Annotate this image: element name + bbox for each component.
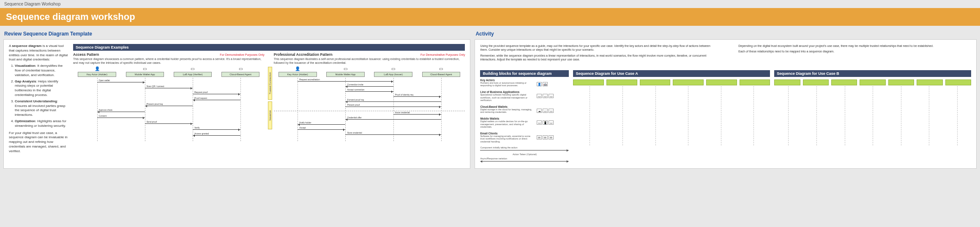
sequence-actor: 👤Key Actor (Holder) [73, 67, 121, 77]
page-title-banner: Sequence diagram workshop [0, 8, 980, 26]
activity-title: Activity [475, 29, 977, 39]
arrow-open-sublabel: Action Taken (Optional) [480, 153, 569, 156]
sequence-message: Present proof [345, 107, 441, 110]
usecase-actor-slot[interactable] [740, 79, 770, 85]
example-accreditation: Professional Accreditation Pattern For D… [268, 52, 465, 141]
accred-sequence: Trusted Connection Issuance 👤Key Actor (… [274, 67, 465, 142]
access-desc: This sequence diagram showcases a common… [73, 57, 265, 65]
sequence-message: Proof request [193, 100, 240, 103]
usecase-actor-slot[interactable] [706, 79, 737, 85]
usecase-actor-slot[interactable] [606, 79, 637, 85]
usecase-actor-slot[interactable] [945, 79, 971, 85]
sequence-message: Present proof req [145, 106, 193, 109]
review-outro: For your digital trust use case, a seque… [9, 131, 68, 154]
building-block: Key ActorsHumans and bots or autonomous … [480, 79, 569, 87]
arrow-sample-closed: Async/Response variation [480, 157, 569, 161]
review-intro-column: A sequence diagram is a visual tool that… [9, 44, 68, 164]
sequence-actor: ▭Mobile Wallet App [121, 67, 169, 77]
sequence-message: Consent [97, 118, 145, 121]
activity-intro: Using the provided sequence template as … [480, 44, 971, 62]
accred-title: Professional Accreditation Pattern [274, 52, 333, 57]
activity-intro-1b: Remember, while the sequence diagram pro… [480, 54, 713, 62]
examples-column: Sequence Diagram Examples Access Pattern… [73, 44, 465, 164]
accred-demo-note: For Demonstrative Purposes Only [420, 53, 465, 56]
usecase-actor-slot[interactable] [803, 79, 829, 85]
sequence-message: Open wallet [97, 82, 145, 85]
usecase-actor-slot[interactable] [774, 79, 800, 85]
sequence-actor: 👤Key Actor (Holder) [274, 67, 322, 77]
building-block: Line of Business ApplicationsSpecialized… [480, 90, 569, 102]
sequence-actor: ▭LoB App (Issuer) [369, 67, 417, 77]
usecase-a-header: Sequence Diagram for Use Case A [573, 70, 770, 77]
sequence-message: Accept connection [345, 91, 393, 95]
sequence-message: Send proof [145, 123, 193, 127]
access-title: Access Pattern [73, 52, 99, 57]
building-block: Mobile WalletsDigital wallets on mobile … [480, 117, 569, 129]
sequence-message: Request accreditation [298, 81, 393, 85]
usecase-actor-slot[interactable] [860, 79, 885, 85]
usecase-actor-slot[interactable] [673, 79, 704, 85]
sequence-message: Accept [298, 129, 345, 133]
review-bullet: Consistent Understanding: Ensures all in… [15, 99, 68, 118]
usecase-b-header: Sequence Diagram for Use Case B [774, 70, 971, 77]
usecase-b-column: Sequence Diagram for Use Case B [774, 70, 971, 164]
review-bullet: Optimization: Highlights areas for strea… [15, 119, 68, 129]
usecase-actor-slot[interactable] [888, 79, 914, 85]
example-access: Access Pattern For Demonstrative Purpose… [73, 52, 265, 141]
accred-desc: This sequence diagram illustrates a self… [274, 57, 465, 65]
activity-intro-1a: Using the provided sequence template as … [480, 44, 713, 52]
side-label-trusted: Trusted Connection [268, 67, 272, 100]
usecase-actor-slot[interactable] [640, 79, 671, 85]
review-title: Review Sequence Diagram Template [3, 29, 470, 39]
sequence-message: Access granted [193, 135, 240, 139]
arrow-sample-open: Component initially taking the action Ac… [480, 146, 569, 156]
sequence-message: Store credential [345, 134, 441, 138]
review-bullet: Gap Analysis: Helps identify missing ste… [15, 79, 68, 98]
breadcrumb: Sequence Diagram Workshop [0, 0, 980, 8]
sequence-message: Issue credential [393, 114, 441, 118]
side-label-issuance: Issuance [268, 101, 272, 129]
sequence-actor: ▭Cloud-Based Agent [417, 67, 465, 77]
sequence-message: Credential offer [345, 119, 441, 123]
intro-term: sequence diagram [12, 44, 41, 48]
review-card: A sequence diagram is a visual tool that… [3, 39, 470, 169]
usecase-actor-slot[interactable] [831, 79, 857, 85]
sequence-message: Proof of identity req [393, 96, 441, 100]
sequence-actor: ▭LoB App (Verifier) [169, 67, 216, 77]
usecase-actor-slot[interactable] [917, 79, 942, 85]
activity-intro-2a: Depending on the digital trust ecosystem… [738, 44, 971, 48]
arrow-closed-label: Async/Response variation [480, 157, 569, 160]
usecase-actor-slot[interactable] [573, 79, 604, 85]
building-blocks-column: Building blocks for sequence diagram Key… [480, 70, 569, 164]
sequence-actor: ▭Mobile Wallet App [322, 67, 369, 77]
sequence-actor: ▭Cloud-Based Agent [217, 67, 265, 77]
arrow-open-label: Component initially taking the action [480, 146, 569, 149]
activity-card: Using the provided sequence template as … [475, 39, 977, 169]
panels-row: Review Sequence Diagram Template A seque… [0, 26, 980, 172]
building-block: Email ClientsSoftware for managing email… [480, 132, 569, 143]
access-demo-note: For Demonstrative Purposes Only [220, 53, 264, 56]
review-bullet: Visualization: It demystifies the flow o… [15, 64, 68, 77]
sequence-message: Scan QR / connect [145, 88, 193, 91]
examples-header: Sequence Diagram Examples [73, 44, 465, 51]
access-sequence: 👤Key Actor (Holder)▭Mobile Wallet App▭Lo… [73, 67, 265, 142]
activity-intro-2b: Each of these relationships need to be m… [738, 49, 971, 53]
usecase-a-column: Sequence Diagram for Use Case A [573, 70, 770, 164]
building-block: Cloud-Based WalletsDigital storage in th… [480, 105, 569, 114]
blocks-header: Building blocks for sequence diagram [480, 70, 569, 77]
